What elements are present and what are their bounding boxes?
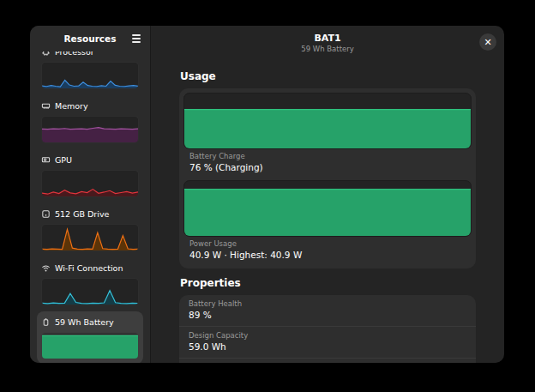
processor-icon	[41, 51, 51, 57]
sidebar-item-label: GPU	[55, 155, 72, 165]
battery-charge-row: Battery Charge 76 % (Charging)	[183, 93, 472, 178]
properties-heading: Properties	[180, 277, 476, 289]
sidebar-item-gpu[interactable]: GPU	[37, 149, 143, 202]
power-usage-chart	[183, 180, 472, 237]
property-row-charge-cycles: Charge Cycles	[179, 359, 476, 363]
battery-icon	[41, 317, 51, 327]
close-icon[interactable]: ✕	[479, 33, 496, 51]
sidebar-item-wifi[interactable]: Wi-Fi Connection	[37, 257, 143, 310]
processor-sparkline	[41, 62, 139, 89]
power-usage-row: Power Usage 40.9 W · Highest: 40.9 W	[183, 180, 472, 265]
sidebar-title: Resources	[64, 33, 117, 44]
property-value: 59.0 Wh	[189, 341, 466, 353]
sidebar-item-memory[interactable]: Memory	[37, 95, 143, 148]
sidebar-device-list: Processor Memory GPU	[30, 51, 150, 363]
panel-header: BAT1 59 Wh Battery ✕	[151, 26, 504, 60]
sidebar-item-label: 512 GB Drive	[55, 209, 109, 219]
panel-content: Usage Battery Charge 76 % (Charging) Pow…	[151, 60, 504, 363]
sidebar: Resources Processor Memory	[30, 26, 151, 363]
power-usage-label: Power Usage	[189, 239, 466, 248]
property-label: Design Capacity	[189, 331, 466, 340]
property-value: 89 %	[189, 310, 466, 321]
sidebar-item-battery[interactable]: 59 Wh Battery	[37, 311, 143, 363]
battery-charge-chart	[183, 93, 472, 149]
panel-subtitle: 59 Wh Battery	[301, 45, 353, 53]
sidebar-item-processor[interactable]: Processor	[37, 51, 143, 93]
resources-app-window: Resources Processor Memory	[30, 26, 504, 363]
memory-icon	[41, 101, 51, 111]
battery-charge-value: 76 % (Charging)	[189, 162, 466, 173]
sidebar-item-label: Wi-Fi Connection	[55, 263, 123, 273]
gpu-icon	[41, 155, 51, 165]
property-row-battery-health: Battery Health 89 %	[179, 295, 476, 327]
battery-charge-label: Battery Charge	[189, 152, 466, 160]
panel-title: BAT1	[314, 33, 340, 44]
usage-heading: Usage	[180, 70, 476, 82]
memory-sparkline	[41, 116, 139, 143]
sidebar-header: Resources	[30, 26, 150, 51]
gpu-sparkline	[41, 170, 139, 197]
battery-detail-panel: BAT1 59 Wh Battery ✕ Usage Battery Charg…	[151, 26, 504, 363]
sidebar-item-label: 59 Wh Battery	[55, 317, 114, 327]
property-label: Battery Health	[189, 299, 466, 308]
wifi-icon	[41, 263, 51, 273]
usage-card: Battery Charge 76 % (Charging) Power Usa…	[179, 88, 476, 268]
drive-sparkline	[41, 224, 139, 251]
power-usage-value: 40.9 W · Highest: 40.9 W	[189, 250, 466, 261]
sidebar-item-label: Processor	[55, 51, 94, 57]
properties-card: Battery Health 89 % Design Capacity 59.0…	[179, 295, 476, 363]
wifi-sparkline	[41, 278, 139, 305]
sidebar-item-drive[interactable]: 512 GB Drive	[37, 203, 143, 256]
drive-icon	[41, 209, 51, 219]
property-row-design-capacity: Design Capacity 59.0 Wh	[179, 327, 476, 359]
battery-sparkline	[41, 332, 139, 359]
sidebar-item-label: Memory	[55, 101, 88, 111]
hamburger-menu-icon[interactable]	[129, 33, 142, 45]
